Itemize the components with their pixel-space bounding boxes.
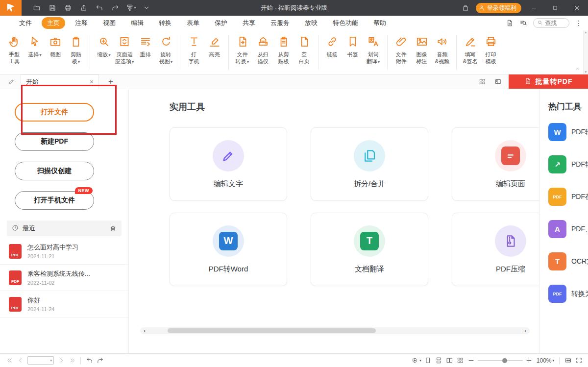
scroll-left-button[interactable]: ‹ [140,327,149,334]
ribbon-print-template[interactable]: 打印模板 [481,34,501,66]
prev-page-button[interactable] [15,354,25,367]
zoom-slider[interactable] [478,354,523,367]
menu-convert[interactable]: 转换 [153,17,177,29]
facing-view-button[interactable] [444,354,455,367]
more-menu-icon[interactable]: ⋮ [575,19,582,27]
find-replace-icon[interactable] [519,19,527,27]
ribbon-typewriter[interactable]: 打字机 [184,34,204,66]
menu-share[interactable]: 共享 [237,17,261,29]
rename-tab-icon[interactable] [5,78,18,85]
zoom-level[interactable]: 100%▾ [537,357,554,364]
read-mode-icon[interactable] [506,19,514,27]
hot-convert-to[interactable]: PDF转换为 [548,285,588,303]
next-view-button[interactable] [95,354,105,367]
recent-file-item[interactable]: PDF乘客检测系统无线传...2022-11-02 [0,265,128,291]
save-button[interactable] [45,0,60,16]
panel-view-icon[interactable] [490,74,506,89]
pdf-to-word-card[interactable]: WPDF转Word [170,213,287,286]
hot-pdf-tools[interactable]: APDF、 [548,220,588,238]
split-merge-card[interactable]: 拆分/合并 [311,127,428,201]
minimize-button[interactable] [524,0,543,16]
export-button[interactable] [76,0,91,16]
zoom-tool-button[interactable]: ▾ [410,354,423,367]
recent-file-item[interactable]: PDF怎么面对高中学习2024-11-21 [0,238,128,265]
ribbon-fill-sign[interactable]: 填写&签名 [460,34,481,66]
edit-pages-card[interactable]: 编辑页面 [452,127,539,201]
menu-cloud[interactable]: 云服务 [265,17,295,29]
scroll-track[interactable] [149,327,521,334]
tab-start[interactable]: 开始 × [21,74,99,89]
ribbon-image-annotation[interactable]: 图像标注 [412,34,432,66]
pdf-compress-card[interactable]: PDF压缩 [452,213,539,286]
ribbon-bookmark[interactable]: 书签 [343,34,363,58]
hot-ocr[interactable]: TOCR文 [548,252,588,270]
clear-recent-button[interactable] [109,225,117,232]
ribbon-reflow[interactable]: 重排 [135,34,156,58]
close-button[interactable] [567,0,586,16]
batch-convert-pdf-banner[interactable]: 批量转PDF [509,74,588,89]
quick-access-customize-button[interactable] [139,0,154,16]
menu-help[interactable]: 帮助 [368,17,392,29]
menu-file[interactable]: 文件 [14,17,37,29]
zoom-slider-thumb[interactable] [502,358,507,363]
doc-translate-card[interactable]: T文档翻译 [311,213,428,286]
zoom-in-button[interactable] [524,354,535,367]
menu-home[interactable]: 主页 [42,17,65,29]
menu-protect[interactable]: 保护 [209,17,233,29]
scroll-right-button[interactable]: › [521,327,530,334]
ribbon-clipboard[interactable]: 剪贴板▾ [66,34,86,66]
search-box[interactable] [533,18,569,28]
login-button[interactable]: 登录领福利 [476,3,521,13]
continuous-view-button[interactable] [434,354,444,367]
collapse-ribbon-button[interactable] [575,66,580,73]
create-pdf-button[interactable]: 新建PDF [15,132,94,151]
open-mobile-file-button[interactable]: 打开手机文件NEW [15,191,94,210]
redo-button[interactable] [108,0,122,16]
ribbon-file-attachment[interactable]: 文件附件 [391,34,412,66]
fit-width-button[interactable] [563,354,573,367]
menu-edit[interactable]: 编辑 [125,17,149,29]
ribbon-highlight[interactable]: 高亮 [204,34,225,58]
menu-view[interactable]: 视图 [98,17,121,29]
quad-view-button[interactable] [455,354,466,367]
zoom-out-button[interactable] [466,354,477,367]
fullscreen-button[interactable] [573,354,584,367]
previous-view-button[interactable] [84,354,95,367]
hot-pdf-online[interactable]: PDFPDF在 [548,188,588,206]
ribbon-audio-video[interactable]: 音频&视频 [432,34,453,66]
maximize-button[interactable] [546,0,564,16]
page-number-input[interactable]: ▾ [27,356,54,365]
ribbon-scrollbar[interactable]: ▲▼ [583,30,588,74]
single-page-view-button[interactable] [423,354,434,367]
store-icon[interactable] [458,0,473,16]
grid-view-icon[interactable] [474,74,490,89]
ribbon-from-scanner[interactable]: 从扫描仪 [253,34,273,66]
ribbon-zoom[interactable]: 缩放▾ [94,34,114,59]
menu-form[interactable]: 表单 [181,17,205,29]
ribbon-hand-tool[interactable]: 手型工具 [4,34,24,66]
ribbon-blank-page[interactable]: 空白页 [294,34,315,66]
open-file-button[interactable] [29,0,44,16]
undo-button[interactable] [92,0,107,16]
close-tab-icon[interactable]: × [90,78,94,85]
ribbon-select-tool[interactable]: 选择▾ [24,34,45,59]
next-page-button[interactable] [56,354,67,367]
hot-pdf-convert[interactable]: ↗PDF转 [548,155,588,173]
new-tab-button[interactable]: + [105,77,117,87]
open-file-button[interactable]: 打开文件 [15,103,94,122]
scroll-thumb[interactable] [168,328,376,333]
scanner-create-button[interactable]: 扫描仪创建 [15,162,94,180]
search-input[interactable] [545,20,563,26]
foxit-logo[interactable] [0,0,22,16]
ribbon-snapshot[interactable]: 截图 [45,34,66,58]
menu-comment[interactable]: 注释 [70,17,93,29]
ribbon-file-convert[interactable]: 文件转换▾ [232,34,253,66]
ribbon-from-clipboard[interactable]: 从剪贴板 [273,34,294,66]
last-page-button[interactable] [67,354,77,367]
first-page-button[interactable] [4,354,15,367]
hot-pdf-to-word[interactable]: WPDF转 [548,123,588,141]
horizontal-scrollbar[interactable]: ‹ › [140,327,530,334]
menu-features[interactable]: 特色功能 [327,17,364,29]
print-button[interactable] [61,0,75,16]
ribbon-link[interactable]: 链接 [322,34,343,58]
